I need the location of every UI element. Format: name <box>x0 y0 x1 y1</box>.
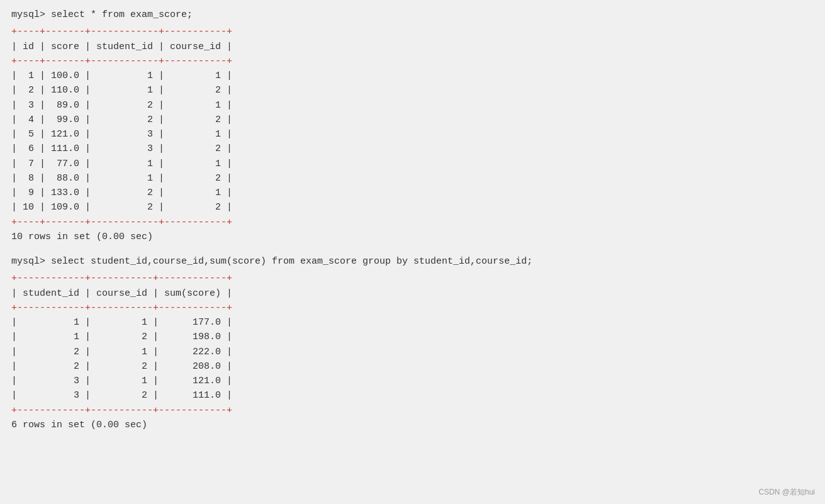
query2-line: mysql> select student_id,course_id,sum(s… <box>11 254 814 269</box>
query1-text: mysql> select * from exam_score; <box>11 9 193 20</box>
table1-border-mid: +----+-------+------------+-----------+ <box>11 54 814 69</box>
table-row: | 7 | 77.0 | 1 | 1 | <box>11 157 814 171</box>
table-row: | 1 | 1 | 177.0 | <box>11 315 814 330</box>
table1-border-top: +----+-------+------------+-----------+ <box>11 25 814 39</box>
table2-border-top: +------------+-----------+------------+ <box>11 271 814 286</box>
table-row: | 1 | 2 | 198.0 | <box>11 330 814 344</box>
table-row: | 8 | 88.0 | 1 | 2 | <box>11 171 814 186</box>
table2-rows: | 1 | 1 | 177.0 || 1 | 2 | 198.0 || 2 | … <box>11 315 814 403</box>
watermark-text: CSDN @若知hui <box>758 487 815 498</box>
table2-border-bot: +------------+-----------+------------+ <box>11 403 814 418</box>
table1-rows: | 1 | 100.0 | 1 | 1 || 2 | 110.0 | 1 | 2… <box>11 69 814 215</box>
query2-text: mysql> select student_id,course_id,sum(s… <box>11 256 532 267</box>
terminal-window: mysql> select * from exam_score; +----+-… <box>11 8 814 432</box>
table-row: | 10 | 109.0 | 2 | 2 | <box>11 200 814 215</box>
table-row: | 3 | 2 | 111.0 | <box>11 388 814 403</box>
result2-text: 6 rows in set (0.00 sec) <box>11 418 814 432</box>
table-row: | 4 | 99.0 | 2 | 2 | <box>11 113 814 127</box>
table2-border-mid: +------------+-----------+------------+ <box>11 301 814 315</box>
table-row: | 2 | 1 | 222.0 | <box>11 345 814 359</box>
query1-line: mysql> select * from exam_score; <box>11 8 814 22</box>
table-row: | 2 | 2 | 208.0 | <box>11 359 814 374</box>
table-row: | 6 | 111.0 | 3 | 2 | <box>11 142 814 156</box>
table1-header: | id | score | student_id | course_id | <box>11 40 814 54</box>
result1-text: 10 rows in set (0.00 sec) <box>11 230 814 244</box>
table-row: | 9 | 133.0 | 2 | 1 | <box>11 186 814 200</box>
table-row: | 3 | 89.0 | 2 | 1 | <box>11 98 814 113</box>
table-row: | 3 | 1 | 121.0 | <box>11 374 814 388</box>
table-row: | 2 | 110.0 | 1 | 2 | <box>11 83 814 98</box>
table2-header: | student_id | course_id | sum(score) | <box>11 286 814 301</box>
table-row: | 5 | 121.0 | 3 | 1 | <box>11 127 814 142</box>
table-row: | 1 | 100.0 | 1 | 1 | <box>11 69 814 83</box>
table1-border-bot: +----+-------+------------+-----------+ <box>11 215 814 230</box>
table1: +----+-------+------------+-----------+ … <box>11 25 814 230</box>
table2: +------------+-----------+------------+ … <box>11 271 814 418</box>
